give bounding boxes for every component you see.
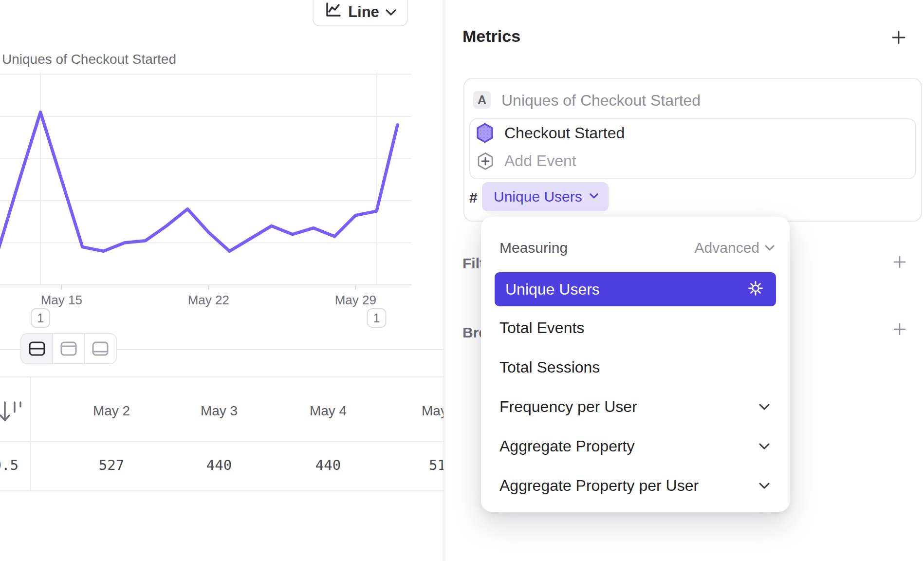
table-header-may4[interactable]: May 4	[310, 403, 347, 419]
pane-divider	[444, 0, 444, 561]
event-name[interactable]: Checkout Started	[504, 124, 625, 142]
top-pane-icon	[59, 340, 78, 357]
table-column-border	[30, 376, 31, 491]
add-event-icon	[477, 152, 494, 172]
measuring-label: Measuring	[499, 240, 568, 256]
x-tick-label: May 29	[335, 293, 376, 307]
series-letter-badge: A	[473, 91, 491, 109]
report-pane: Line Uniques of Checkout Started May 15M…	[0, 0, 444, 561]
layout-toggle-chart-only[interactable]	[52, 334, 84, 363]
table-header-may2[interactable]: May 2	[93, 403, 130, 419]
table-header-may3[interactable]: May 3	[201, 403, 238, 419]
bottom-pane-icon	[91, 340, 110, 357]
event-hexagon-icon	[476, 123, 494, 145]
aggregation-hash-symbol: #	[469, 189, 478, 206]
table-header-border	[0, 441, 444, 442]
x-tick-label: May 22	[188, 293, 229, 307]
add-breakdown-button[interactable]	[892, 321, 907, 337]
line-chart[interactable]: May 15May 22May 2911	[0, 0, 444, 341]
series-title[interactable]: Uniques of Checkout Started	[501, 92, 701, 109]
dropdown-item-total-events[interactable]: Total Events	[499, 318, 770, 338]
chevron-down-icon	[758, 443, 770, 450]
annotation-badge-label: 1	[37, 311, 44, 325]
query-builder-app: Line Uniques of Checkout Started May 15M…	[0, 0, 924, 561]
table-top-border	[0, 376, 444, 377]
chevron-down-icon	[589, 192, 599, 201]
table-cell-may4: 440	[315, 457, 341, 473]
layout-toggle-chart-and-table[interactable]	[21, 334, 52, 363]
split-view-icon	[28, 340, 46, 357]
table-cell-may5-partial: 51	[429, 457, 444, 473]
dropdown-item-unique-users[interactable]: Unique Users	[495, 272, 776, 306]
gear-icon[interactable]	[747, 280, 764, 299]
add-filter-button[interactable]	[892, 254, 907, 270]
chevron-down-icon	[758, 482, 770, 489]
add-event-button[interactable]: Add Event	[504, 152, 576, 169]
add-metric-button[interactable]	[891, 30, 906, 45]
layout-toggle	[20, 333, 117, 364]
chart-series-line[interactable]	[0, 112, 398, 251]
table-header-may5-partial[interactable]: May	[422, 403, 444, 419]
dropdown-item-frequency-per-user[interactable]: Frequency per User	[499, 396, 770, 417]
measuring-dropdown: Measuring Advanced Unique Users Total Ev…	[481, 217, 790, 512]
sort-descending-icon[interactable]	[0, 398, 22, 428]
table-row-label-partial: 0.5	[0, 457, 18, 473]
aggregation-selector-chip[interactable]: Unique Users	[482, 182, 609, 211]
advanced-mode-selector[interactable]: Advanced	[695, 240, 775, 256]
metrics-section-title: Metrics	[462, 27, 520, 46]
measuring-dropdown-header: Measuring Advanced	[499, 239, 775, 257]
aggregation-value: Unique Users	[494, 188, 582, 205]
dropdown-item-aggregate-property[interactable]: Aggregate Property	[499, 436, 770, 456]
x-tick-label: May 15	[41, 293, 82, 307]
chevron-down-icon	[758, 403, 770, 411]
table-cell-may3: 440	[206, 457, 232, 473]
dropdown-item-total-sessions[interactable]: Total Sessions	[499, 357, 770, 377]
advanced-label: Advanced	[695, 240, 759, 256]
chevron-down-icon	[764, 244, 775, 251]
annotation-badge-label: 1	[373, 311, 380, 325]
table-bottom-border	[0, 490, 444, 491]
table-cell-may2: 527	[99, 457, 124, 473]
dropdown-item-aggregate-property-per-user[interactable]: Aggregate Property per User	[499, 475, 770, 496]
layout-toggle-table-only[interactable]	[84, 334, 116, 363]
